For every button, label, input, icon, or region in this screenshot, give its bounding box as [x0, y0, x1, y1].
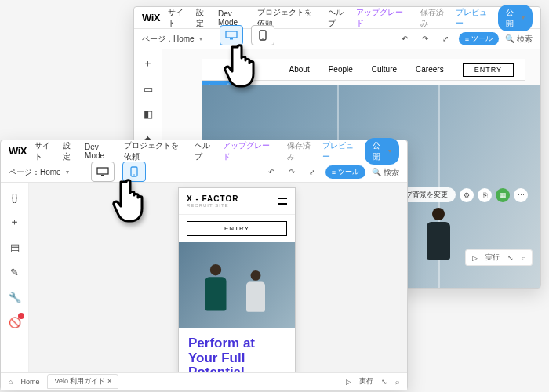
menu-settings[interactable]: 設定: [196, 7, 210, 29]
search-button[interactable]: 🔍 検索: [505, 34, 533, 45]
site-brand-sub: RECRUIT SITE: [187, 203, 238, 208]
wix-logo: WiX: [9, 145, 27, 157]
layers-icon[interactable]: ▤: [7, 239, 23, 255]
nav-about[interactable]: About: [289, 65, 310, 74]
mobile-preview-frame: X - FACTOR RECRUIT SITE ENTRY Perform at…: [178, 187, 296, 390]
menu-help[interactable]: ヘルプ: [195, 140, 215, 162]
page-selector[interactable]: ページ：Home: [9, 167, 61, 178]
preview-button[interactable]: プレビュー: [322, 140, 357, 162]
chevron-down-icon: ▾: [388, 147, 391, 154]
expand-icon[interactable]: ⤡: [381, 378, 387, 386]
action-icon[interactable]: ⚙: [460, 188, 474, 202]
home-label[interactable]: Home: [20, 378, 39, 386]
zoom-icon[interactable]: ⌕: [522, 254, 525, 262]
run-icon[interactable]: ▷: [346, 378, 351, 386]
nav-culture[interactable]: Culture: [372, 65, 397, 74]
undo-icon[interactable]: ↶: [264, 165, 278, 180]
search-button[interactable]: 🔍 検索: [372, 167, 399, 178]
entry-button[interactable]: ENTRY: [187, 221, 287, 236]
nav-people[interactable]: People: [329, 65, 353, 74]
code-tab-icon[interactable]: {}: [7, 189, 23, 205]
saved-status: 保存済み: [420, 7, 448, 29]
run-button[interactable]: 実行: [485, 252, 500, 263]
chevron-down-icon: ▾: [66, 169, 69, 176]
chevron-down-icon: ▾: [522, 14, 525, 21]
action-icon[interactable]: ⋯: [514, 188, 528, 202]
preview-button[interactable]: プレビュー: [456, 7, 490, 29]
run-button[interactable]: 実行: [359, 376, 373, 387]
menu-settings[interactable]: 設定: [63, 140, 77, 162]
publish-button[interactable]: 公開▾: [365, 138, 399, 165]
tool-button[interactable]: ≡ ツール: [325, 165, 365, 179]
sub-toolbar: ページ：Home ▾ ↶ ↷ ⤢ ≡ ツール 🔍 検索: [134, 29, 540, 49]
expand-icon[interactable]: ⤡: [507, 254, 514, 262]
saved-status: 保存済み: [287, 140, 314, 162]
redo-icon[interactable]: ↷: [285, 165, 299, 180]
desktop-view-button[interactable]: [220, 25, 243, 45]
redo-icon[interactable]: ↷: [418, 32, 432, 46]
pages-icon[interactable]: ▭: [140, 81, 156, 96]
svg-rect-4: [97, 168, 108, 174]
add-icon[interactable]: ＋: [7, 214, 23, 230]
canvas-mobile[interactable]: X - FACTOR RECRUIT SITE ENTRY Perform at…: [29, 183, 407, 390]
action-icon[interactable]: ⎘: [478, 188, 492, 202]
mobile-view-button[interactable]: [122, 162, 146, 182]
mobile-icon: [259, 30, 267, 41]
sub-toolbar: ページ：Home ▾ ↶ ↷ ⤢ ≡ ツール 🔍 検索: [1, 162, 407, 183]
menu-upgrade[interactable]: アップグレード: [356, 7, 405, 29]
chevron-down-icon: ▾: [199, 35, 202, 42]
menu-site[interactable]: サイト: [35, 140, 55, 162]
svg-point-7: [133, 174, 135, 176]
tool-button[interactable]: ≡ ツール: [459, 32, 499, 45]
canvas-bottom-actions: ▷ 実行 ⤡ ⌕: [465, 249, 533, 266]
menu-devmode[interactable]: Dev Mode: [218, 9, 249, 27]
menu-site[interactable]: サイト: [168, 7, 188, 29]
desktop-icon: [96, 167, 109, 176]
device-switcher: [220, 25, 274, 45]
site-brand: X - FACTOR: [187, 194, 238, 203]
tools-icon[interactable]: 🔧: [7, 289, 23, 305]
menu-request[interactable]: プロジェクトを依頼: [124, 140, 186, 162]
nav-careers[interactable]: Careers: [416, 65, 444, 74]
svg-rect-1: [230, 38, 233, 40]
velo-tab[interactable]: Velo 利用ガイド ×: [47, 374, 118, 389]
design-icon[interactable]: ◧: [140, 106, 156, 122]
svg-rect-0: [226, 31, 237, 38]
editor-window-mobile: WiX サイト 設定 Dev Mode プロジェクトを依頼 ヘルプ アップグレー…: [0, 140, 408, 390]
wix-logo: WiX: [142, 12, 160, 24]
svg-rect-5: [101, 175, 104, 176]
top-menu-bar: WiX サイト 設定 Dev Mode プロジェクトを依頼 ヘルプ アップグレー…: [134, 7, 540, 29]
device-switcher: [91, 162, 146, 182]
expand-icon[interactable]: ⤢: [305, 165, 319, 180]
desktop-icon: [225, 31, 238, 40]
undo-icon[interactable]: ↶: [398, 32, 412, 46]
publish-button[interactable]: 公開▾: [498, 5, 533, 31]
bottom-bar: ⌂ Home Velo 利用ガイド × ▷ 実行 ⤡ ⌕: [1, 372, 407, 390]
zoom-icon[interactable]: ⌕: [395, 378, 399, 386]
hamburger-icon[interactable]: [278, 198, 287, 205]
page-selector[interactable]: ページ：Home: [142, 34, 195, 45]
top-menu-bar: WiX サイト 設定 Dev Mode プロジェクトを依頼 ヘルプ アップグレー…: [1, 140, 407, 162]
mobile-hero-image: [179, 242, 295, 328]
expand-icon[interactable]: ⤢: [438, 32, 453, 46]
design-icon[interactable]: ✎: [7, 264, 23, 280]
action-icon[interactable]: ▦: [496, 188, 510, 202]
entry-button[interactable]: ENTRY: [463, 63, 514, 77]
add-icon[interactable]: ＋: [140, 56, 156, 71]
menu-upgrade[interactable]: アップグレード: [223, 140, 271, 162]
home-icon[interactable]: ⌂: [9, 378, 13, 386]
run-icon[interactable]: ▷: [472, 254, 478, 262]
svg-point-3: [262, 38, 264, 39]
hide-icon[interactable]: 🚫: [7, 314, 23, 330]
left-rail: {} ＋ ▤ ✎ 🔧 🚫: [1, 183, 29, 390]
desktop-view-button[interactable]: [91, 162, 115, 182]
site-nav: About People Culture Careers ENTRY: [202, 59, 525, 81]
menu-devmode[interactable]: Dev Mode: [85, 143, 116, 160]
mobile-view-button[interactable]: [251, 25, 274, 45]
mobile-icon: [130, 166, 138, 177]
menu-help[interactable]: ヘルプ: [328, 7, 348, 29]
